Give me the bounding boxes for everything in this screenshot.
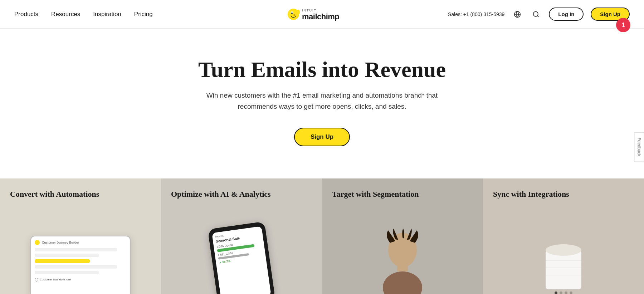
hero-section: Turn Emails into Revenue Win new custome… [0, 29, 644, 178]
phone-mock: Reports Seasonal Sale 7,326 Opens 4,631 … [208, 221, 275, 294]
tablet-row-3 [35, 265, 117, 269]
phone-inner: Reports Seasonal Sale 7,326 Opens 4,631 … [212, 226, 271, 294]
hero-title: Turn Emails into Revenue [198, 57, 446, 82]
feedback-tab[interactable]: Feedback [634, 132, 644, 162]
person-silhouette [370, 229, 435, 294]
dot-1 [555, 291, 557, 294]
dot-3 [565, 291, 567, 294]
features-section: Convert with Automations Customer Journe… [0, 178, 644, 294]
analytics-visual: Reports Seasonal Sale 7,326 Opens 4,631 … [161, 229, 322, 294]
navbar: Products Resources Inspiration Pricing I… [0, 0, 644, 29]
svg-point-3 [291, 13, 293, 14]
feature-integrations: Sync with Integrations [483, 178, 644, 294]
feature-automations-title: Convert with Automations [10, 189, 99, 200]
feature-automations: Convert with Automations Customer Journe… [0, 178, 161, 294]
svg-point-1 [297, 10, 300, 15]
search-icon[interactable] [530, 9, 542, 20]
nav-left: Products Resources Inspiration Pricing [14, 11, 153, 18]
hero-subtitle: Win new customers with the #1 email mark… [197, 90, 447, 112]
feature-integrations-title: Sync with Integrations [493, 189, 569, 200]
dot-2 [560, 291, 562, 294]
cylinder-visual [538, 236, 589, 293]
tablet-row-2 [35, 254, 99, 257]
feature-analytics-title: Optimize with AI & Analytics [171, 189, 271, 200]
segmentation-visual [322, 229, 483, 294]
tablet-mock: Customer Journey Builder Customer abando… [30, 236, 131, 294]
svg-point-0 [288, 9, 299, 20]
svg-rect-12 [546, 250, 581, 289]
integrations-visual [483, 229, 644, 294]
svg-point-10 [383, 271, 422, 294]
nav-pricing[interactable]: Pricing [134, 11, 153, 18]
login-button[interactable]: Log In [549, 8, 584, 21]
nav-products[interactable]: Products [14, 11, 38, 18]
feature-segmentation: Target with Segmentation [322, 178, 483, 294]
tablet-title: Customer Journey Builder [42, 241, 79, 244]
svg-text:INTUIT: INTUIT [302, 9, 317, 12]
sales-phone: Sales: +1 (800) 315-5939 [448, 11, 504, 17]
tablet-row-4 [35, 271, 99, 274]
globe-icon[interactable] [512, 9, 523, 20]
dots-indicator [483, 291, 644, 294]
tablet-row-accent [35, 259, 90, 263]
notification-badge: 1 [616, 18, 630, 32]
tablet-logo-dot [35, 240, 40, 245]
nav-right: Sales: +1 (800) 315-5939 Log In Sign Up [448, 8, 630, 21]
nav-resources[interactable]: Resources [51, 11, 80, 18]
svg-text:mailchimp: mailchimp [302, 12, 339, 21]
feature-analytics: Optimize with AI & Analytics Reports Sea… [161, 178, 322, 294]
dot-4 [570, 291, 572, 294]
svg-rect-11 [397, 264, 408, 271]
tablet-header: Customer Journey Builder [35, 240, 126, 245]
signup-button-hero[interactable]: Sign Up [294, 128, 350, 146]
site-logo[interactable]: INTUIT mailchimp [286, 6, 358, 23]
cart-label: Customer abandons cart [35, 278, 126, 281]
feature-segmentation-title: Target with Segmentation [332, 189, 419, 200]
svg-point-4 [293, 14, 296, 16]
svg-point-8 [533, 11, 538, 16]
tablet-row-1 [35, 248, 117, 251]
svg-point-13 [546, 244, 581, 256]
nav-inspiration[interactable]: Inspiration [93, 11, 121, 18]
automations-visual: Customer Journey Builder Customer abando… [0, 229, 161, 294]
